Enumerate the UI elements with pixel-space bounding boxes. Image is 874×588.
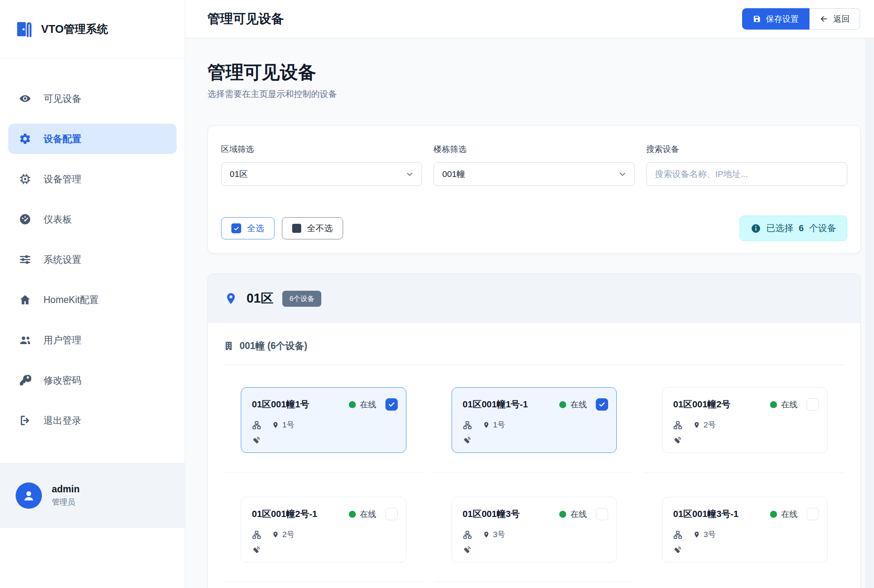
device-extra bbox=[252, 546, 398, 556]
selected-count-prefix: 已选择 bbox=[766, 222, 793, 234]
building-filter-value: 001幢 bbox=[442, 168, 465, 180]
search-input[interactable] bbox=[646, 162, 847, 186]
device-location: 3号 bbox=[483, 529, 505, 540]
device-grid: 01区001幢1号 在线 1号 bbox=[224, 387, 845, 582]
online-dot-icon bbox=[770, 401, 777, 408]
gauge-icon bbox=[19, 213, 31, 225]
sidebar-item-change-password[interactable]: 修改密码 bbox=[8, 365, 177, 395]
area-section-card: 01区 6个设备 001幢 (6个设备) 01区001幢1号 bbox=[208, 273, 861, 588]
device-item: 01区001幢1号-1 在线 1号 bbox=[434, 387, 634, 473]
selected-count-badge: 已选择 6 个设备 bbox=[740, 216, 847, 241]
device-card[interactable]: 01区001幢2号-1 在线 2号 bbox=[241, 497, 406, 563]
search-label: 搜索设备 bbox=[646, 144, 847, 155]
online-dot-icon bbox=[559, 401, 566, 408]
device-checkbox[interactable] bbox=[385, 508, 398, 520]
device-extra bbox=[463, 436, 609, 446]
device-location-label: 1号 bbox=[493, 420, 505, 430]
device-card-top: 01区001幢3号 在线 bbox=[463, 508, 609, 520]
location-pin-icon bbox=[693, 531, 700, 538]
back-label: 返回 bbox=[833, 14, 850, 25]
back-button[interactable]: 返回 bbox=[809, 8, 860, 30]
satellite-dish-icon bbox=[463, 436, 471, 445]
sidebar-item-label: HomeKit配置 bbox=[44, 294, 99, 306]
device-item: 01区001幢2号-1 在线 2号 bbox=[224, 497, 424, 582]
network-icon bbox=[252, 420, 261, 430]
topbar-actions: 保存设置 返回 bbox=[742, 8, 860, 30]
main-area: 管理可见设备 保存设置 返回 管理可见设备 选择需要在主页显示和控制的设备 bbox=[185, 0, 874, 588]
sidebar-user-block: admin 管理员 bbox=[0, 463, 185, 528]
area-filter-field: 区域筛选 01区 bbox=[221, 144, 422, 186]
sidebar-item-dashboard[interactable]: 仪表板 bbox=[8, 204, 177, 234]
sidebar-item-system-settings[interactable]: 系统设置 bbox=[8, 244, 177, 275]
gear-icon bbox=[19, 133, 31, 145]
area-header: 01区 6个设备 bbox=[208, 274, 860, 323]
page-title: 管理可见设备 bbox=[208, 62, 861, 83]
user-icon bbox=[21, 488, 37, 503]
sidebar-item-logout[interactable]: 退出登录 bbox=[8, 405, 177, 436]
building-header: 001幢 (6个设备) bbox=[224, 340, 845, 365]
building-filter-select[interactable]: 001幢 bbox=[434, 162, 634, 186]
network-icon bbox=[673, 420, 683, 430]
device-meta: 3号 bbox=[463, 529, 609, 540]
device-location: 1号 bbox=[272, 420, 295, 430]
building-filter-label: 楼栋筛选 bbox=[434, 144, 634, 155]
device-card[interactable]: 01区001幢2号 在线 2号 bbox=[662, 387, 828, 453]
device-item: 01区001幢3号-1 在线 3号 bbox=[645, 497, 845, 582]
area-filter-select[interactable]: 01区 bbox=[221, 162, 422, 186]
content: 管理可见设备 选择需要在主页显示和控制的设备 区域筛选 01区 楼栋筛选 bbox=[185, 38, 874, 588]
users-icon bbox=[19, 334, 31, 346]
device-status: 在线 bbox=[349, 399, 376, 410]
device-name: 01区001幢1号-1 bbox=[463, 398, 528, 411]
device-card[interactable]: 01区001幢3号 在线 3号 bbox=[452, 497, 617, 563]
device-location-label: 3号 bbox=[703, 529, 716, 540]
selected-count-suffix: 个设备 bbox=[809, 222, 836, 234]
save-settings-label: 保存设置 bbox=[766, 14, 799, 25]
device-checkbox[interactable] bbox=[807, 398, 819, 411]
online-dot-icon bbox=[770, 511, 777, 518]
eye-icon bbox=[19, 92, 31, 105]
device-checkbox[interactable] bbox=[596, 398, 608, 411]
sidebar-item-visible-devices[interactable]: 可见设备 bbox=[8, 83, 177, 114]
logout-icon bbox=[19, 414, 31, 427]
device-card[interactable]: 01区001幢1号-1 在线 1号 bbox=[452, 387, 617, 453]
device-name: 01区001幢3号 bbox=[463, 508, 520, 520]
info-icon bbox=[751, 223, 761, 234]
device-checkbox[interactable] bbox=[385, 398, 398, 411]
avatar bbox=[16, 482, 42, 509]
network-icon bbox=[673, 530, 683, 540]
sidebar-item-homekit-config[interactable]: HomeKit配置 bbox=[8, 285, 177, 315]
select-all-button[interactable]: 全选 bbox=[221, 217, 274, 239]
device-checkbox[interactable] bbox=[596, 508, 608, 520]
sliders-icon bbox=[19, 253, 31, 266]
device-card-top: 01区001幢1号-1 在线 bbox=[463, 398, 609, 411]
door-icon bbox=[14, 20, 33, 39]
device-card[interactable]: 01区001幢1号 在线 1号 bbox=[241, 387, 406, 453]
save-settings-button[interactable]: 保存设置 bbox=[742, 8, 809, 30]
area-filter-label: 区域筛选 bbox=[221, 144, 422, 155]
area-name: 01区 bbox=[247, 290, 273, 307]
device-location-label: 1号 bbox=[282, 420, 295, 430]
area-device-count-badge: 6个设备 bbox=[282, 291, 321, 307]
sidebar-item-user-management[interactable]: 用户管理 bbox=[8, 325, 177, 355]
location-pin-icon bbox=[693, 421, 700, 429]
satellite-dish-icon bbox=[463, 546, 471, 554]
device-location: 2号 bbox=[693, 420, 716, 430]
area-body: 001幢 (6个设备) 01区001幢1号 在线 bbox=[208, 323, 860, 588]
sidebar-item-device-config[interactable]: 设备配置 bbox=[8, 124, 177, 154]
device-card-top: 01区001幢2号-1 在线 bbox=[252, 508, 398, 520]
device-card[interactable]: 01区001幢3号-1 在线 3号 bbox=[662, 497, 828, 563]
device-status-label: 在线 bbox=[781, 509, 798, 520]
device-item: 01区001幢1号 在线 1号 bbox=[224, 387, 424, 473]
device-meta: 3号 bbox=[673, 529, 819, 540]
sidebar-item-label: 仪表板 bbox=[44, 213, 72, 226]
deselect-all-button[interactable]: 全不选 bbox=[282, 217, 343, 239]
device-extra bbox=[252, 436, 398, 446]
location-pin-icon bbox=[272, 531, 279, 538]
scrollbar[interactable] bbox=[866, 38, 874, 588]
device-status-label: 在线 bbox=[781, 399, 798, 410]
device-checkbox[interactable] bbox=[807, 508, 819, 520]
sidebar-item-device-management[interactable]: 设备管理 bbox=[8, 164, 177, 194]
device-status-label: 在线 bbox=[360, 399, 376, 410]
device-location: 1号 bbox=[483, 420, 505, 430]
device-item: 01区001幢3号 在线 3号 bbox=[434, 497, 634, 582]
